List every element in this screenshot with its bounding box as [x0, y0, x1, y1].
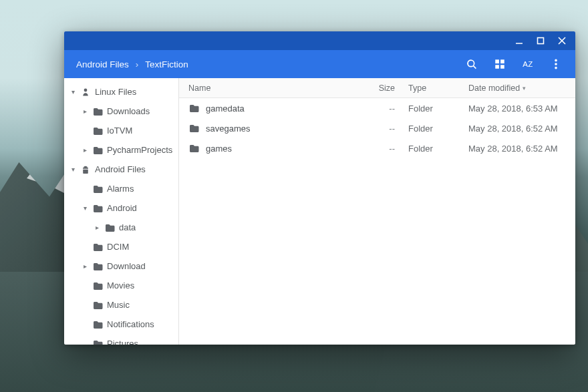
- window-titlebar[interactable]: [64, 31, 575, 50]
- window-minimize-button[interactable]: [510, 31, 529, 50]
- sidebar-item-label: Android: [107, 203, 137, 213]
- file-row[interactable]: gamedata--FolderMay 28, 2018, 6:53 AM: [179, 98, 575, 118]
- sidebar-item-label: Download: [107, 261, 146, 271]
- column-header-name[interactable]: Name: [179, 83, 355, 93]
- sidebar-item[interactable]: ▸Music: [64, 295, 178, 315]
- folder-icon: [92, 145, 103, 156]
- sidebar-item-label: Downloads: [107, 106, 150, 116]
- sidebar-item[interactable]: ▸Notifications: [64, 315, 178, 334]
- folder-icon: [188, 123, 199, 134]
- sidebar-item[interactable]: ▾Android Files: [64, 160, 178, 179]
- sidebar-item[interactable]: ▸Movies: [64, 276, 178, 295]
- breadcrumb: Android Files › TextFiction: [76, 59, 459, 69]
- column-label: Date modified: [468, 83, 520, 93]
- file-type: Folder: [402, 124, 462, 134]
- file-date: May 28, 2018, 6:52 AM: [462, 144, 575, 154]
- sidebar-item-label: Notifications: [107, 319, 154, 329]
- chevron-down-icon[interactable]: ▾: [82, 204, 88, 212]
- file-listing: Name Size Type Date modified▾ gamedata--…: [179, 78, 575, 345]
- sidebar-tree[interactable]: ▾Linux Files▸Downloads▸IoTVM▸PycharmProj…: [64, 78, 179, 345]
- folder-icon: [92, 319, 103, 330]
- folder-icon: [104, 222, 115, 233]
- sidebar-item[interactable]: ▸Downloads: [64, 102, 178, 121]
- desktop-wallpaper: Android Files › TextFiction AZ: [0, 0, 588, 392]
- sidebar-item-label: DCIM: [107, 242, 129, 252]
- sidebar-item-label: Pictures: [107, 339, 138, 345]
- file-size: --: [355, 144, 402, 154]
- sidebar-item-label: PycharmProjects: [107, 145, 172, 155]
- sidebar-item[interactable]: ▾Android: [64, 198, 178, 218]
- sidebar-item-label: Android Files: [95, 164, 146, 174]
- file-name-cell: games: [179, 143, 355, 154]
- more-vertical-icon: [550, 58, 562, 70]
- sidebar-item[interactable]: ▾Linux Files: [64, 82, 178, 102]
- file-name: gamedata: [206, 104, 245, 114]
- sidebar-item-label: Movies: [107, 280, 134, 290]
- linux-icon: [80, 87, 91, 97]
- column-label: Type: [408, 83, 426, 93]
- folder-icon: [92, 106, 103, 117]
- sidebar-item[interactable]: ▸DCIM: [64, 237, 178, 256]
- folder-icon: [92, 339, 103, 345]
- maximize-icon: [536, 36, 545, 45]
- overflow-menu-button[interactable]: [543, 51, 569, 77]
- svg-rect-5: [538, 38, 544, 44]
- chevron-right-icon[interactable]: ▸: [94, 224, 100, 231]
- column-headers: Name Size Type Date modified▾: [179, 78, 575, 98]
- sort-button[interactable]: AZ: [515, 51, 541, 77]
- chevron-right-icon: ›: [136, 59, 139, 69]
- file-rows: gamedata--FolderMay 28, 2018, 6:53 AMsav…: [179, 98, 575, 345]
- chevron-down-icon[interactable]: ▾: [69, 166, 76, 173]
- android-icon: [80, 164, 91, 175]
- toolbar-actions: AZ: [459, 51, 569, 77]
- column-header-type[interactable]: Type: [402, 83, 462, 93]
- file-name: games: [206, 144, 232, 154]
- column-label: Size: [379, 83, 395, 93]
- sidebar-item-label: Music: [107, 300, 130, 310]
- file-date: May 28, 2018, 6:53 AM: [462, 104, 575, 114]
- window-close-button[interactable]: [553, 31, 571, 50]
- chevron-down-icon[interactable]: ▾: [69, 88, 76, 95]
- sidebar-item[interactable]: ▸PycharmProjects: [64, 140, 178, 160]
- sidebar-item[interactable]: ▸Alarms: [64, 179, 178, 198]
- chevron-right-icon[interactable]: ▸: [82, 108, 88, 115]
- minimize-icon: [514, 36, 524, 45]
- close-icon: [557, 36, 567, 45]
- sidebar-item[interactable]: ▸Pictures: [64, 334, 178, 345]
- file-date: May 28, 2018, 6:52 AM: [462, 124, 575, 134]
- chevron-right-icon[interactable]: ▸: [82, 262, 88, 270]
- folder-icon: [92, 261, 103, 272]
- breadcrumb-current[interactable]: TextFiction: [145, 59, 188, 69]
- sidebar-item-label: Alarms: [107, 184, 134, 194]
- files-window: Android Files › TextFiction AZ: [64, 31, 575, 345]
- folder-icon: [92, 184, 103, 194]
- search-icon: [466, 58, 478, 70]
- file-size: --: [355, 124, 402, 134]
- folder-icon: [92, 203, 103, 214]
- sidebar-item-label: IoTVM: [107, 126, 132, 136]
- folder-icon: [92, 126, 103, 136]
- window-maximize-button[interactable]: [531, 31, 550, 50]
- search-button[interactable]: [459, 51, 484, 77]
- column-header-size[interactable]: Size: [355, 83, 402, 93]
- file-row[interactable]: games--FolderMay 28, 2018, 6:52 AM: [179, 138, 575, 158]
- toolbar: Android Files › TextFiction AZ: [64, 50, 575, 78]
- breadcrumb-root[interactable]: Android Files: [76, 59, 129, 69]
- view-grid-button[interactable]: [487, 51, 512, 77]
- sidebar-item[interactable]: ▸data: [64, 218, 178, 237]
- chevron-right-icon[interactable]: ▸: [82, 146, 88, 154]
- sort-label: AZ: [523, 60, 533, 68]
- sidebar-item[interactable]: ▸Download: [64, 256, 178, 276]
- sort-descending-icon: ▾: [523, 85, 526, 91]
- file-name-cell: savegames: [179, 123, 355, 134]
- file-name-cell: gamedata: [179, 103, 355, 114]
- sidebar-item-label: data: [119, 222, 136, 232]
- sidebar-item[interactable]: ▸IoTVM: [64, 121, 178, 140]
- folder-icon: [92, 242, 103, 252]
- folder-icon: [92, 280, 103, 291]
- folder-icon: [188, 103, 199, 114]
- file-size: --: [355, 104, 402, 114]
- file-row[interactable]: savegames--FolderMay 28, 2018, 6:52 AM: [179, 118, 575, 138]
- folder-icon: [188, 143, 199, 154]
- column-header-date[interactable]: Date modified▾: [462, 83, 575, 93]
